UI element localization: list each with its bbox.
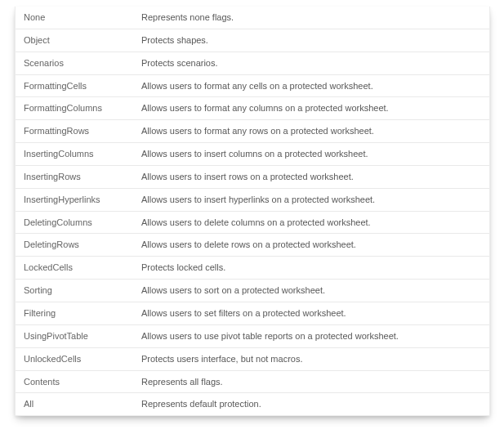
table-row: ObjectProtects shapes. bbox=[16, 29, 489, 51]
member-name: Filtering bbox=[16, 302, 138, 324]
member-name: None bbox=[16, 7, 138, 29]
table-row: LockedCellsProtects locked cells. bbox=[16, 256, 489, 279]
table-row: DeletingColumnsAllows users to delete co… bbox=[16, 211, 489, 234]
member-description: Allows users to insert hyperlinks on a p… bbox=[138, 189, 489, 211]
canvas: NoneRepresents none flags. ObjectProtect… bbox=[0, 0, 504, 434]
member-name: UsingPivotTable bbox=[16, 325, 138, 347]
table-row: SortingAllows users to sort on a protect… bbox=[16, 279, 489, 302]
member-description: Protects scenarios. bbox=[138, 52, 489, 74]
member-description: Allows users to format any rows on a pro… bbox=[138, 120, 489, 142]
member-description: Allows users to insert columns on a prot… bbox=[138, 143, 489, 165]
table-row: UsingPivotTableAllows users to use pivot… bbox=[16, 324, 489, 347]
table-row: UnlockedCellsProtects users interface, b… bbox=[16, 347, 489, 370]
member-description: Allows users to delete columns on a prot… bbox=[138, 212, 489, 234]
member-name: UnlockedCells bbox=[16, 348, 138, 370]
member-description: Allows users to format any cells on a pr… bbox=[138, 75, 489, 97]
member-name: InsertingHyperlinks bbox=[16, 189, 138, 211]
table-row: FormattingCellsAllows users to format an… bbox=[16, 74, 489, 97]
member-description: Represents default protection. bbox=[138, 393, 489, 415]
enum-table: NoneRepresents none flags. ObjectProtect… bbox=[15, 7, 490, 416]
table-row: AllRepresents default protection. bbox=[16, 392, 489, 415]
member-name: LockedCells bbox=[16, 257, 138, 279]
member-description: Protects locked cells. bbox=[138, 257, 489, 279]
member-name: Contents bbox=[16, 371, 138, 393]
member-description: Protects users interface, but not macros… bbox=[138, 348, 489, 370]
member-name: DeletingRows bbox=[16, 234, 138, 256]
table-row: ScenariosProtects scenarios. bbox=[16, 51, 489, 74]
member-name: FormattingColumns bbox=[16, 97, 138, 119]
member-name: Sorting bbox=[16, 280, 138, 302]
table-row: InsertingHyperlinksAllows users to inser… bbox=[16, 188, 489, 211]
table-row: FormattingRowsAllows users to format any… bbox=[16, 119, 489, 142]
table-row: DeletingRowsAllows users to delete rows … bbox=[16, 233, 489, 256]
member-name: FormattingCells bbox=[16, 75, 138, 97]
member-description: Represents all flags. bbox=[138, 371, 489, 393]
member-name: All bbox=[16, 393, 138, 415]
table-row: NoneRepresents none flags. bbox=[16, 7, 489, 29]
table-row: FilteringAllows users to set filters on … bbox=[16, 302, 489, 324]
member-name: InsertingRows bbox=[16, 166, 138, 188]
member-description: Represents none flags. bbox=[138, 7, 489, 29]
table-row: InsertingRowsAllows users to insert rows… bbox=[16, 165, 489, 188]
member-description: Allows users to set filters on a protect… bbox=[138, 302, 489, 324]
member-description: Allows users to delete rows on a protect… bbox=[138, 234, 489, 256]
member-name: InsertingColumns bbox=[16, 143, 138, 165]
member-description: Allows users to insert rows on a protect… bbox=[138, 166, 489, 188]
member-name: Object bbox=[16, 29, 138, 51]
member-name: Scenarios bbox=[16, 52, 138, 74]
member-name: FormattingRows bbox=[16, 120, 138, 142]
table-row: ContentsRepresents all flags. bbox=[16, 370, 489, 393]
member-description: Protects shapes. bbox=[138, 29, 489, 51]
member-name: DeletingColumns bbox=[16, 212, 138, 234]
table-row: InsertingColumnsAllows users to insert c… bbox=[16, 142, 489, 165]
member-description: Allows users to format any columns on a … bbox=[138, 97, 489, 119]
member-description: Allows users to sort on a protected work… bbox=[138, 280, 489, 302]
table-row: FormattingColumnsAllows users to format … bbox=[16, 96, 489, 119]
member-description: Allows users to use pivot table reports … bbox=[138, 325, 489, 347]
